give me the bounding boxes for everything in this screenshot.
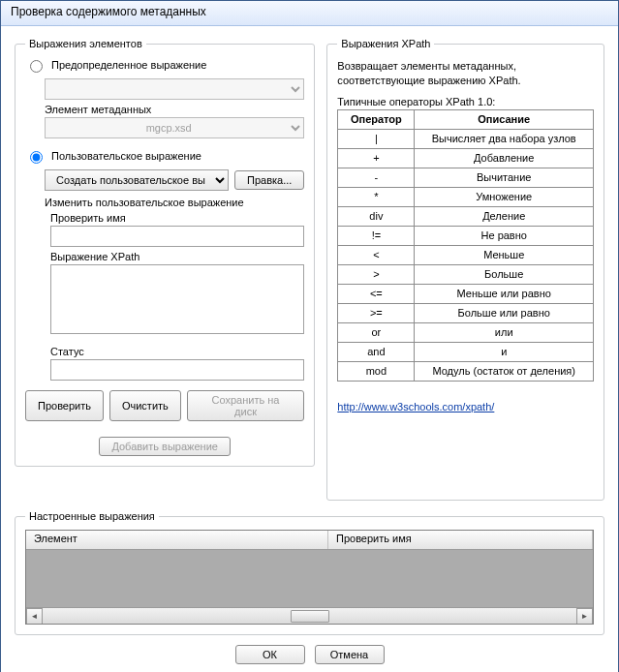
custom-expr-dropdown[interactable]: Создать пользовательское вы	[45, 169, 229, 191]
ops-caption: Типичные операторы XPath 1.0:	[337, 96, 594, 107]
scroll-thumb[interactable]	[291, 610, 329, 623]
table-row: >=Больше или равно	[338, 303, 594, 322]
op-cell: div	[338, 206, 415, 226]
ok-button[interactable]: ОК	[235, 645, 305, 664]
desc-cell: Больше или равно	[415, 303, 594, 322]
xpath-desc: Возвращает элементы метаданных, соответс…	[337, 59, 594, 88]
check-name-label: Проверить имя	[50, 212, 304, 224]
add-expression-button: Добавить выражение	[99, 437, 230, 456]
op-cell: |	[338, 129, 415, 148]
op-cell: <	[338, 245, 415, 264]
predefined-dropdown	[45, 78, 304, 100]
op-cell: !=	[338, 226, 415, 245]
desc-cell: и	[415, 342, 594, 361]
desc-cell: Умножение	[415, 187, 594, 206]
table-row: >Больше	[338, 264, 594, 284]
table-row: *Умножение	[338, 187, 594, 206]
modify-custom-label: Изменить пользовательское выражение	[45, 197, 304, 208]
table-row: <Меньше	[338, 245, 594, 264]
table-row: orили	[338, 322, 594, 342]
table-row: andи	[338, 342, 594, 361]
metadata-element-label: Элемент метаданных	[45, 104, 304, 115]
radio-custom-label[interactable]: Пользовательское выражение	[51, 150, 201, 162]
desc-cell: Модуль (остаток от деления)	[415, 361, 594, 381]
check-name-input[interactable]	[50, 226, 304, 247]
clear-button[interactable]: Очистить	[109, 390, 181, 421]
titlebar[interactable]: Проверка содержимого метаданных	[1, 1, 618, 26]
grid-header: Элемент Проверить имя	[26, 531, 593, 550]
desc-cell: Деление	[415, 206, 594, 226]
xpath-expr-label: Выражение XPath	[50, 251, 304, 262]
status-input[interactable]	[50, 359, 304, 381]
scroll-right-icon[interactable]: ►	[576, 608, 593, 625]
footer-buttons: ОК Отмена	[15, 645, 604, 664]
op-cell: -	[338, 168, 415, 187]
xpath-operators-table: Оператор Описание |Вычисляет два набора …	[337, 109, 594, 382]
op-cell: <=	[338, 284, 415, 303]
op-cell: mod	[338, 361, 415, 381]
table-row: +Добавление	[338, 148, 594, 168]
client-area: Выражения элементов Предопределенное выр…	[1, 26, 618, 672]
table-row: -Вычитание	[338, 168, 594, 187]
configured-grid[interactable]: Элемент Проверить имя ◄ ►	[25, 530, 594, 625]
metadata-element-dropdown: mgcp.xsd	[45, 117, 304, 138]
desc-cell: Вычисляет два набора узлов	[415, 129, 594, 148]
grid-col-checkname[interactable]: Проверить имя	[328, 531, 593, 549]
radio-custom[interactable]	[30, 151, 43, 164]
table-row: divДеление	[338, 206, 594, 226]
desc-cell: Меньше или равно	[415, 284, 594, 303]
check-button[interactable]: Проверить	[25, 390, 104, 421]
desc-cell: Добавление	[415, 148, 594, 168]
op-cell: >	[338, 264, 415, 284]
edit-button[interactable]: Правка...	[234, 170, 304, 190]
desc-cell: Меньше	[415, 245, 594, 264]
xpath-expressions-legend: Выражения XPath	[337, 38, 434, 49]
radio-predefined[interactable]	[30, 60, 43, 73]
xpath-link[interactable]: http://www.w3schools.com/xpath/	[337, 401, 494, 412]
element-expressions-legend: Выражения элементов	[25, 38, 146, 49]
xpath-expr-textarea[interactable]	[50, 264, 304, 334]
op-cell: +	[338, 148, 415, 168]
xpath-expressions-group: Выражения XPath Возвращает элементы мета…	[326, 38, 604, 501]
radio-predefined-label[interactable]: Предопределенное выражение	[51, 59, 206, 71]
scroll-left-icon[interactable]: ◄	[26, 608, 43, 625]
ops-header-desc: Описание	[415, 109, 594, 129]
configured-expressions-legend: Настроенные выражения	[25, 510, 159, 522]
configured-expressions-group: Настроенные выражения Элемент Проверить …	[15, 510, 604, 635]
cancel-button[interactable]: Отмена	[315, 645, 385, 664]
op-cell: >=	[338, 303, 415, 322]
horizontal-scrollbar[interactable]: ◄ ►	[26, 607, 593, 624]
desc-cell: или	[415, 322, 594, 342]
ops-header-op: Оператор	[338, 109, 415, 129]
dialog-window: Проверка содержимого метаданных Выражени…	[0, 0, 619, 672]
desc-cell: Не равно	[415, 226, 594, 245]
table-row: !=Не равно	[338, 226, 594, 245]
window-title: Проверка содержимого метаданных	[11, 5, 206, 18]
op-cell: *	[338, 187, 415, 206]
op-cell: or	[338, 322, 415, 342]
table-row: modМодуль (остаток от деления)	[338, 361, 594, 381]
desc-cell: Больше	[415, 264, 594, 284]
status-label: Статус	[50, 346, 304, 357]
grid-col-element[interactable]: Элемент	[26, 531, 328, 549]
desc-cell: Вычитание	[415, 168, 594, 187]
element-expressions-group: Выражения элементов Предопределенное выр…	[15, 38, 315, 467]
op-cell: and	[338, 342, 415, 361]
save-disk-button: Сохранить на диск	[187, 390, 305, 421]
table-row: <=Меньше или равно	[338, 284, 594, 303]
table-row: |Вычисляет два набора узлов	[338, 129, 594, 148]
